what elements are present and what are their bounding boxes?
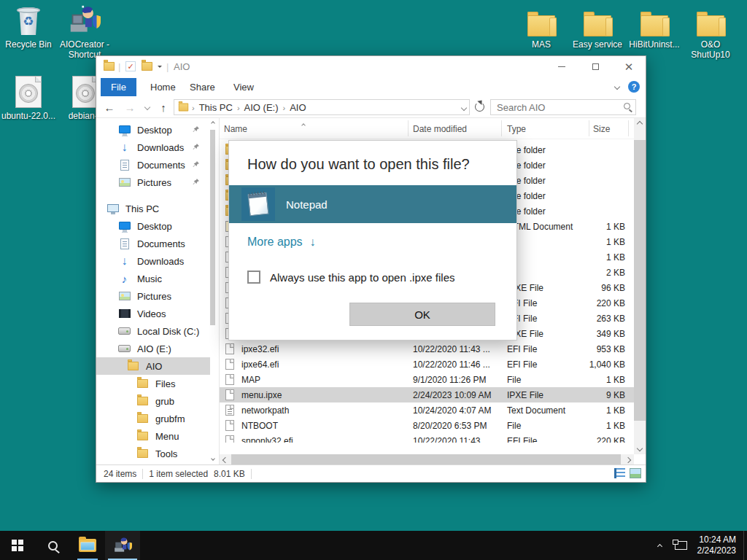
file-row-ntboot[interactable]: NTBOOT8/20/2020 6:53 PMFile1 KB — [220, 418, 634, 433]
tray-expand-icon[interactable] — [658, 540, 662, 551]
network-icon[interactable] — [675, 541, 687, 550]
file-name: menu.ipxe — [241, 390, 408, 400]
sidebar-item-tools[interactable]: Tools — [96, 445, 210, 462]
refresh-icon[interactable] — [475, 102, 484, 112]
breadcrumb-path: ›This PC›AIO (E:)›AIO — [189, 102, 308, 113]
sidebar-item-desktop[interactable]: Desktop — [96, 217, 210, 235]
tab-view[interactable]: View — [223, 78, 264, 96]
nav-scroll-up-icon[interactable] — [209, 120, 216, 127]
tab-share[interactable]: Share — [179, 78, 225, 96]
sidebar-item-videos[interactable]: Videos — [96, 305, 210, 322]
thumbnails-view-icon[interactable] — [630, 468, 641, 478]
file-row-ipxe64-efi[interactable]: ipxe64.efi10/22/2020 11:46 ...EFI File1,… — [220, 357, 634, 372]
sidebar-item-files[interactable]: Files — [96, 375, 210, 392]
file-row-menu-ipxe[interactable]: menu.ipxe2/24/2023 10:09 AMIPXE File9 KB — [220, 387, 634, 402]
clock-time: 10:24 AM — [697, 534, 736, 545]
sidebar-item-pictures[interactable]: Pictures — [96, 287, 210, 305]
file-name: ipxe32.efi — [241, 344, 408, 354]
column-header-name[interactable]: Name — [224, 124, 247, 134]
breadcrumb-segment-aio-e[interactable]: AIO (E:) — [243, 102, 280, 113]
sidebar-item-downloads[interactable]: ↓Downloads — [96, 252, 210, 270]
nav-scroll-thumb[interactable] — [210, 130, 215, 325]
desktop-icon-aiocreator-shortcut[interactable]: AIOCreator - Shortcut — [57, 4, 112, 60]
breadcrumb-dropdown-icon[interactable] — [462, 102, 466, 112]
scroll-up-icon[interactable] — [634, 118, 646, 130]
history-dropdown-icon[interactable] — [139, 96, 156, 118]
file-row-ipxe32-efi[interactable]: ipxe32.efi10/22/2020 11:43 ...EFI File95… — [220, 341, 634, 357]
qat-properties-icon[interactable]: ✓ — [125, 56, 136, 77]
download-icon: ↓ — [118, 141, 131, 154]
breadcrumb-chevron-icon: › — [280, 104, 289, 112]
vertical-scrollbar[interactable] — [634, 118, 646, 454]
sidebar-item-pictures[interactable]: Pictures — [96, 174, 210, 191]
qat-customize-icon[interactable] — [158, 56, 162, 77]
search-box[interactable] — [490, 99, 636, 115]
forward-button[interactable]: → — [121, 96, 139, 118]
desktop-icon-ubuntu-22-0[interactable]: ubuntu-22.0... — [1, 76, 56, 121]
close-button[interactable]: ✕ — [612, 56, 646, 77]
sidebar-item-grubfm[interactable]: grubfm — [96, 410, 210, 427]
column-headers: Name Date modified Type Size — [220, 118, 646, 139]
minimize-button[interactable] — [545, 56, 578, 77]
ribbon-collapse-icon[interactable] — [614, 83, 620, 89]
column-divider[interactable] — [501, 120, 502, 136]
sidebar-item-menu[interactable]: Menu — [96, 427, 210, 445]
start-button[interactable] — [0, 531, 35, 560]
desktop-icon-o-o-shutup10[interactable]: O&O ShutUp10 — [683, 4, 738, 60]
column-header-size[interactable]: Size — [593, 124, 610, 134]
maximize-button[interactable] — [578, 56, 612, 77]
column-divider[interactable] — [408, 120, 409, 136]
up-button[interactable]: ↑ — [155, 96, 172, 118]
nav-scrollbar[interactable] — [209, 120, 216, 462]
breadcrumb-segment-this-pc[interactable]: This PC — [198, 102, 234, 113]
help-icon[interactable]: ? — [628, 81, 640, 93]
file-row-networkpath[interactable]: networkpath10/24/2020 4:07 AMText Docume… — [220, 402, 634, 418]
breadcrumb[interactable]: ›This PC›AIO (E:)›AIO — [174, 99, 470, 115]
column-divider[interactable] — [589, 120, 589, 136]
file-date: 10/22/2020 11:43 ... — [413, 344, 504, 354]
file-row-map[interactable]: MAP9/1/2020 11:26 PMFile1 KB — [220, 372, 634, 387]
always-use-checkbox[interactable] — [247, 271, 260, 284]
taskbar-search-button[interactable] — [35, 531, 70, 560]
search-input[interactable] — [491, 100, 635, 114]
sidebar-item-desktop[interactable]: Desktop — [96, 121, 210, 139]
taskbar-aiocreator[interactable] — [105, 531, 140, 560]
app-option-notepad[interactable]: Notepad — [229, 185, 516, 223]
desktop-icon-easy-service[interactable]: Easy service — [570, 4, 625, 50]
show-desktop-button[interactable] — [743, 531, 747, 560]
sidebar-item-grub[interactable]: grub — [96, 392, 210, 410]
sidebar-item-music[interactable]: ♪Music — [96, 270, 210, 287]
desktop-icon-hibituninst[interactable]: HiBitUninst... — [627, 4, 682, 50]
scroll-down-icon[interactable] — [634, 443, 646, 454]
qat-new-folder-icon[interactable] — [142, 56, 152, 77]
tab-file[interactable]: File — [101, 78, 136, 96]
sidebar-item-downloads[interactable]: ↓Downloads — [96, 139, 210, 156]
sidebar-item-local-disk-c[interactable]: Local Disk (C:) — [96, 322, 210, 340]
back-button[interactable]: ← — [101, 96, 118, 118]
ribbon-tabs: ? FileHomeShareView — [96, 77, 646, 96]
sidebar-item-this-pc[interactable]: This PC — [96, 200, 210, 217]
sidebar-item-aio[interactable]: AIO — [96, 357, 210, 375]
sidebar-item-documents[interactable]: Documents — [96, 156, 210, 174]
music-icon: ♪ — [118, 273, 131, 285]
details-view-icon[interactable] — [614, 468, 625, 478]
doc-icon — [118, 238, 131, 250]
desktop-icon-recycle-bin[interactable]: ♻Recycle Bin — [1, 4, 56, 50]
column-header-type[interactable]: Type — [507, 124, 526, 134]
v-scroll-thumb[interactable] — [634, 140, 646, 421]
ok-button[interactable]: OK — [349, 303, 495, 326]
picture-icon — [118, 176, 131, 189]
column-header-date[interactable]: Date modified — [413, 124, 467, 134]
breadcrumb-segment-aio[interactable]: AIO — [288, 102, 307, 113]
taskbar-file-explorer[interactable] — [70, 531, 105, 560]
more-apps-link[interactable]: More apps ↓ — [247, 236, 316, 249]
column-divider[interactable] — [628, 120, 629, 136]
desktop-icon-mas[interactable]: MAS — [514, 4, 569, 50]
sidebar-item-aio-e[interactable]: AIO (E:) — [96, 340, 210, 357]
file-row-snponly32-efi[interactable]: snponly32.efi10/22/2020 11:43 ...EFI Fil… — [220, 433, 634, 443]
nav-scroll-down-icon[interactable] — [209, 455, 216, 462]
sidebar-item-label: Music — [137, 273, 162, 284]
sidebar-item-documents[interactable]: Documents — [96, 235, 210, 252]
sidebar-item-label: grub — [155, 396, 174, 407]
taskbar-clock[interactable]: 10:24 AM 2/24/2023 — [697, 534, 736, 556]
